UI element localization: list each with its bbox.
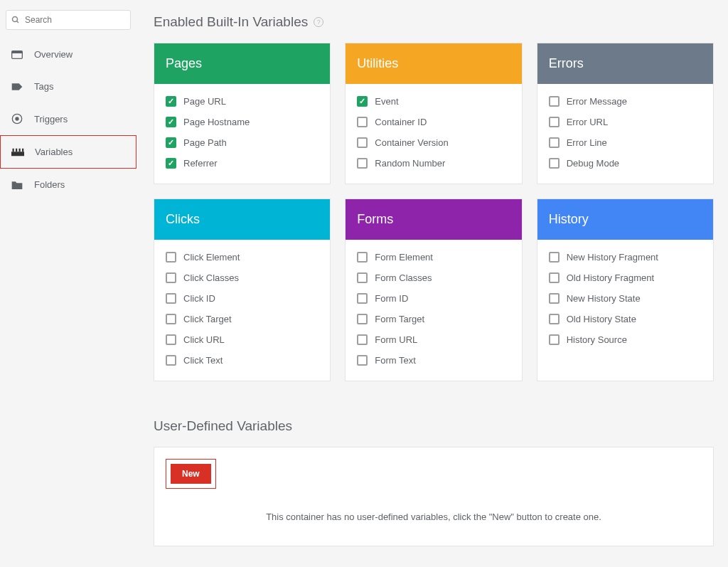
variable-row[interactable]: Form Classes: [355, 267, 511, 288]
checkbox-icon[interactable]: [357, 272, 368, 283]
variable-row[interactable]: Debug Mode: [547, 153, 703, 174]
checkbox-icon[interactable]: [357, 117, 368, 127]
variable-label: Form Text: [375, 355, 416, 366]
card-errors: ErrorsError MessageError URLError LineDe…: [537, 43, 714, 184]
sidebar-item-variables[interactable]: Variables: [0, 135, 136, 169]
variable-label: New History Fragment: [567, 252, 658, 263]
checkbox-icon[interactable]: [357, 137, 368, 148]
checkbox-icon[interactable]: [357, 355, 368, 366]
sidebar-item-tags[interactable]: Tags: [0, 70, 136, 102]
variable-row[interactable]: Error Message: [547, 91, 703, 112]
card-body: Form ElementForm ClassesForm IDForm Targ…: [346, 240, 521, 381]
card-header: History: [537, 199, 713, 240]
checkbox-icon[interactable]: [549, 252, 560, 263]
variable-label: New History State: [567, 293, 641, 304]
variable-label: Random Number: [375, 158, 445, 169]
checkbox-icon[interactable]: [166, 137, 176, 148]
card-pages: PagesPage URLPage HostnamePage PathRefer…: [154, 43, 331, 184]
checkbox-icon[interactable]: [549, 96, 560, 107]
variable-row[interactable]: Click Element: [164, 247, 320, 267]
card-utilities: UtilitiesEventContainer IDContainer Vers…: [345, 43, 522, 184]
variable-row[interactable]: Form Element: [355, 247, 511, 267]
variable-row[interactable]: Old History Fragment: [547, 267, 703, 288]
card-header: Clicks: [154, 199, 330, 240]
checkbox-icon[interactable]: [357, 158, 368, 169]
variable-row[interactable]: Container ID: [355, 112, 511, 132]
checkbox-icon[interactable]: [357, 314, 368, 324]
card-forms: FormsForm ElementForm ClassesForm IDForm…: [345, 198, 522, 381]
variable-row[interactable]: Click Target: [164, 309, 320, 329]
sidebar-item-triggers[interactable]: Triggers: [0, 102, 136, 135]
checkbox-icon[interactable]: [549, 117, 560, 127]
variables-icon: [11, 148, 25, 157]
variable-label: Old History Fragment: [567, 272, 655, 283]
variable-row[interactable]: History Source: [547, 329, 703, 350]
variable-row[interactable]: Click Classes: [164, 267, 320, 288]
new-button[interactable]: New: [171, 464, 211, 484]
card-body: New History FragmentOld History Fragment…: [537, 240, 713, 360]
sidebar-item-overview[interactable]: Overview: [0, 38, 136, 70]
checkbox-icon[interactable]: [357, 252, 368, 263]
variable-row[interactable]: Referrer: [164, 153, 320, 174]
svg-point-0: [13, 17, 18, 22]
checkbox-icon[interactable]: [166, 158, 176, 169]
help-icon[interactable]: ?: [314, 17, 323, 27]
card-header: Utilities: [346, 43, 521, 84]
variable-row[interactable]: Container Version: [355, 132, 511, 153]
svg-rect-3: [12, 51, 23, 53]
variable-row[interactable]: Form Text: [355, 350, 511, 371]
variable-label: History Source: [567, 334, 627, 345]
checkbox-icon[interactable]: [166, 96, 176, 107]
variable-label: Click Text: [183, 355, 223, 366]
overview-icon: [10, 51, 24, 59]
variable-row[interactable]: New History Fragment: [547, 247, 703, 267]
checkbox-icon[interactable]: [166, 252, 176, 263]
variable-label: Error Message: [567, 96, 627, 107]
variable-row[interactable]: Random Number: [355, 153, 511, 174]
variable-row[interactable]: Event: [355, 91, 511, 112]
checkbox-icon[interactable]: [166, 117, 176, 127]
variable-label: Page Hostname: [183, 117, 250, 127]
checkbox-icon[interactable]: [549, 158, 560, 169]
checkbox-icon[interactable]: [166, 334, 176, 345]
variable-row[interactable]: Error Line: [547, 132, 703, 153]
variable-row[interactable]: Click ID: [164, 288, 320, 309]
variable-label: Page Path: [183, 137, 227, 148]
variable-row[interactable]: Page Path: [164, 132, 320, 153]
card-body: Page URLPage HostnamePage PathReferrer: [154, 84, 330, 184]
variable-row[interactable]: Page URL: [164, 91, 320, 112]
checkbox-icon[interactable]: [166, 314, 176, 324]
variable-row[interactable]: Click URL: [164, 329, 320, 350]
checkbox-icon[interactable]: [549, 272, 560, 283]
checkbox-icon[interactable]: [549, 293, 560, 304]
sidebar-item-label: Tags: [34, 81, 53, 92]
checkbox-icon[interactable]: [166, 355, 176, 366]
variable-row[interactable]: Form URL: [355, 329, 511, 350]
variable-label: Old History State: [567, 314, 636, 324]
checkbox-icon[interactable]: [549, 314, 560, 324]
checkbox-icon[interactable]: [166, 272, 176, 283]
variable-row[interactable]: Page Hostname: [164, 112, 320, 132]
sidebar-item-folders[interactable]: Folders: [0, 169, 136, 201]
variable-row[interactable]: Form Target: [355, 309, 511, 329]
variable-row[interactable]: Form ID: [355, 288, 511, 309]
checkbox-icon[interactable]: [549, 334, 560, 345]
checkbox-icon[interactable]: [549, 137, 560, 148]
user-defined-panel: New This container has no user-defined v…: [154, 447, 714, 546]
variable-row[interactable]: Error URL: [547, 112, 703, 132]
variable-row[interactable]: New History State: [547, 288, 703, 309]
card-header: Forms: [346, 199, 521, 240]
variable-row[interactable]: Old History State: [547, 309, 703, 329]
new-button-highlight: New: [166, 459, 216, 489]
checkbox-icon[interactable]: [357, 334, 368, 345]
sidebar-item-label: Overview: [34, 49, 73, 60]
variable-row[interactable]: Click Text: [164, 350, 320, 371]
checkbox-icon[interactable]: [357, 293, 368, 304]
trigger-icon: [10, 113, 24, 124]
card-clicks: ClicksClick ElementClick ClassesClick ID…: [154, 198, 331, 381]
checkbox-icon[interactable]: [166, 293, 176, 304]
sidebar: OverviewTagsTriggersVariablesFolders: [0, 0, 136, 567]
checkbox-icon[interactable]: [357, 96, 368, 107]
search-input[interactable]: [6, 10, 131, 30]
search-box: [6, 10, 131, 30]
